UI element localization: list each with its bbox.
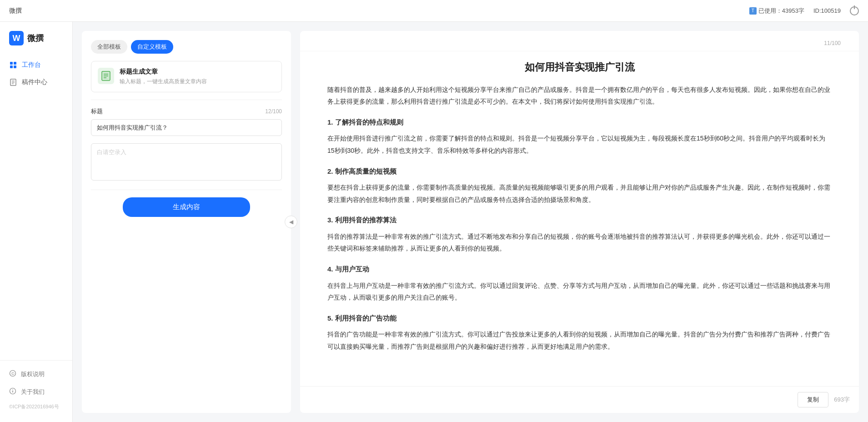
icp-text: ©ICP备2022016946号 bbox=[0, 401, 72, 413]
sidebar-item-copyright[interactable]: © 版权说明 bbox=[0, 365, 72, 383]
left-panel: 全部模板 自定义模板 标题生成文章 输入标题，一键生成高质量文章内容 bbox=[82, 31, 291, 413]
topbar-title: 微撰 bbox=[9, 7, 22, 15]
article-content[interactable]: 如何用抖音实现推广引流 随着抖音的普及，越来越多的人开始利用这个短视频分享平台来… bbox=[300, 51, 859, 386]
article-paragraph: 随着抖音的普及，越来越多的人开始利用这个短视频分享平台来推广自己的产品或服务。抖… bbox=[327, 84, 832, 108]
title-char-count: 12/100 bbox=[265, 108, 282, 115]
workbench-label: 工作台 bbox=[22, 61, 41, 69]
article-section-heading: 4. 与用户互动 bbox=[327, 263, 832, 276]
template-card[interactable]: 标题生成文章 输入标题，一键生成高质量文章内容 bbox=[91, 61, 282, 92]
id-label: ID:100519 bbox=[813, 7, 841, 14]
topbar-right: T 已使用：43953字 ID:100519 bbox=[749, 6, 859, 15]
article-paragraph: 要想在抖音上获得更多的流量，你需要制作高质量的短视频。高质量的短视频能够吸引更多… bbox=[327, 181, 832, 206]
title-field-section: 标题 12/100 bbox=[91, 107, 282, 136]
article-section-heading: 2. 制作高质量的短视频 bbox=[327, 165, 832, 178]
svg-point-12 bbox=[12, 389, 13, 390]
copyright-label: 版权说明 bbox=[21, 370, 45, 378]
tab-all-templates[interactable]: 全部模板 bbox=[91, 40, 127, 54]
svg-rect-1 bbox=[14, 62, 16, 65]
content-field-section bbox=[91, 143, 282, 182]
sidebar: W 微撰 工作台 bbox=[0, 22, 73, 422]
sidebar-item-drafts[interactable]: 稿件中心 bbox=[0, 74, 72, 91]
right-panel: 11/100 如何用抖音实现推广引流 随着抖音的普及，越来越多的人开始利用这个短… bbox=[300, 31, 859, 413]
tab-custom-templates[interactable]: 自定义模板 bbox=[131, 40, 173, 54]
sidebar-logo: W 微撰 bbox=[0, 31, 72, 56]
topbar: 微撰 T 已使用：43953字 ID:100519 bbox=[0, 0, 868, 22]
main-layout: W 微撰 工作台 bbox=[0, 22, 868, 422]
page-count: 11/100 bbox=[824, 40, 841, 46]
usage-icon: T bbox=[749, 7, 757, 15]
logo-icon: W bbox=[9, 31, 24, 45]
article-header: 11/100 bbox=[300, 31, 859, 51]
article-paragraph: 在抖音上与用户互动是一种非常有效的推广引流方式。你可以通过回复评论、点赞、分享等… bbox=[327, 280, 832, 304]
workbench-icon bbox=[9, 61, 17, 69]
svg-rect-3 bbox=[14, 65, 16, 68]
article-section-heading: 3. 利用抖音的推荐算法 bbox=[327, 214, 832, 227]
about-label: 关于我们 bbox=[21, 388, 45, 396]
svg-text:©: © bbox=[11, 372, 15, 376]
generate-button[interactable]: 生成内容 bbox=[123, 197, 250, 217]
template-card-icon bbox=[98, 68, 114, 84]
article-paragraph: 抖音的广告功能是一种非常有效的推广引流方式。你可以通过广告投放来让更多的人看到你… bbox=[327, 328, 832, 352]
about-icon bbox=[9, 387, 16, 396]
svg-rect-2 bbox=[10, 65, 13, 68]
divider bbox=[91, 100, 282, 100]
sidebar-bottom: © 版权说明 关于我们 ©ICP备2022016946号 bbox=[0, 360, 72, 413]
drafts-label: 稿件中心 bbox=[22, 78, 47, 86]
title-input[interactable] bbox=[91, 119, 282, 136]
article-section-heading: 1. 了解抖音的特点和规则 bbox=[327, 116, 832, 129]
usage-label: 已使用：43953字 bbox=[758, 7, 804, 15]
template-name: 标题生成文章 bbox=[120, 68, 207, 76]
drafts-icon bbox=[9, 78, 17, 86]
template-tabs: 全部模板 自定义模板 bbox=[91, 40, 282, 54]
copyright-icon: © bbox=[9, 370, 16, 378]
article-title: 如何用抖音实现推广引流 bbox=[327, 60, 832, 75]
word-count: 693字 bbox=[834, 396, 850, 404]
title-field-label: 标题 12/100 bbox=[91, 107, 282, 116]
divider2 bbox=[91, 190, 282, 190]
sidebar-item-workbench[interactable]: 工作台 bbox=[0, 56, 72, 74]
article-paragraph: 抖音的推荐算法是一种非常有效的推广引流方式。通过不断地发布和分享自己的短视频，你… bbox=[327, 231, 832, 255]
sidebar-item-about[interactable]: 关于我们 bbox=[0, 383, 72, 401]
copy-button[interactable]: 复制 bbox=[798, 392, 828, 407]
article-footer: 复制 693字 bbox=[300, 386, 859, 413]
article-body: 随着抖音的普及，越来越多的人开始利用这个短视频分享平台来推广自己的产品或服务。抖… bbox=[327, 84, 832, 353]
logo-text: 微撰 bbox=[27, 33, 44, 44]
svg-rect-0 bbox=[10, 62, 13, 65]
content-textarea[interactable] bbox=[91, 143, 282, 181]
article-section-heading: 5. 利用抖音的广告功能 bbox=[327, 312, 832, 325]
article-paragraph: 在开始使用抖音进行推广引流之前，你需要了解抖音的特点和规则。抖音是一个短视频分享… bbox=[327, 132, 832, 156]
usage-info: T 已使用：43953字 bbox=[749, 7, 804, 15]
template-info: 标题生成文章 输入标题，一键生成高质量文章内容 bbox=[120, 68, 207, 85]
content-area: 全部模板 自定义模板 标题生成文章 输入标题，一键生成高质量文章内容 bbox=[73, 22, 868, 422]
power-button[interactable] bbox=[850, 6, 859, 15]
collapse-arrow[interactable]: ◀ bbox=[285, 216, 297, 228]
template-desc: 输入标题，一键生成高质量文章内容 bbox=[120, 78, 207, 85]
